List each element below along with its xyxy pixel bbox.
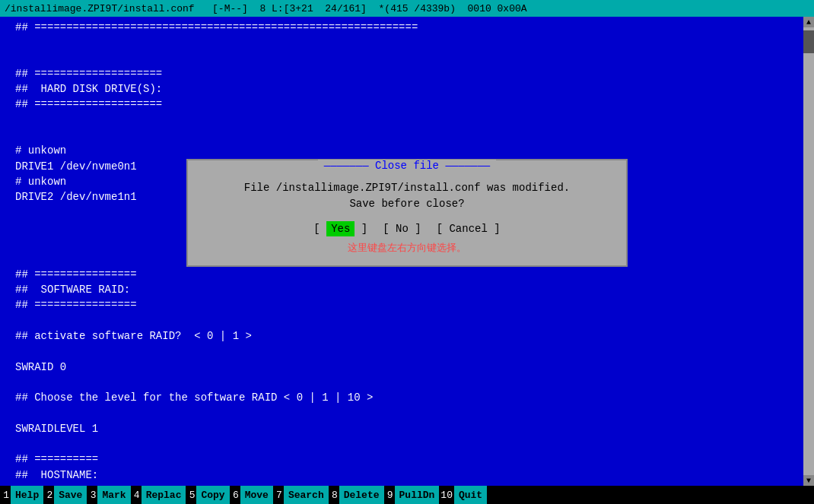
title-lines: 8 L:[ [259,3,289,14]
key-num-9: 9 [384,490,395,501]
editor-line: ## ================ [15,297,799,312]
title-total: 24/161] [325,3,367,14]
key-num-1: 1 [0,490,11,501]
dialog-title: ——————— Close file ——————— [318,160,496,172]
key-label-quit: Quit [454,486,487,504]
key-num-4: 4 [131,490,141,501]
dialog-message-line2: Save before close? [203,196,611,212]
editor-line: ## Choose the level for the software RAI… [15,390,799,405]
dialog-cancel-button[interactable]: [ Cancel ] [437,223,501,235]
key-label-search: Search [284,486,329,504]
dialog-no-button[interactable]: [ No ] [383,223,421,235]
editor-line: ## SOFTWARE RAID: [15,282,799,297]
key-label-copy: Copy [196,486,229,504]
toolbar-key-replac[interactable]: 4Replac [131,486,186,504]
key-num-7: 7 [273,490,284,501]
key-label-move: Move [240,486,273,504]
editor-line: # unkown [15,143,799,158]
editor-line: ## ================ [15,267,799,282]
editor-line: ## =====================================… [15,20,799,35]
key-num-10: 10 [439,490,454,501]
editor-line: ## HOSTNAME: [15,468,799,483]
toolbar-key-mark[interactable]: 3Mark [87,486,130,504]
editor-line: ## ========== [15,452,799,467]
toolbar-key-move[interactable]: 6Move [230,486,273,504]
key-label-pulldn: PullDn [395,486,440,504]
dialog-title-bar: ——————— Close file ——————— [188,160,626,172]
key-label-mark: Mark [97,486,130,504]
dialog-buttons: [ Yes ] [ No ] [ Cancel ] [203,223,611,235]
title-filename: /installimage.ZPI9T/install.conf [5,3,195,14]
title-mode: [-M--] [212,3,248,14]
title-hex: 0010 0x00A [468,3,527,14]
key-num-5: 5 [186,490,196,501]
title-bar: /installimage.ZPI9T/install.conf [-M--] … [0,0,814,17]
editor-line [15,375,799,390]
editor-line [15,128,799,143]
key-label-save: Save [54,486,87,504]
toolbar-key-pulldn[interactable]: 9PullDn [384,486,440,504]
editor-line: ## ==================== [15,97,799,112]
key-num-8: 8 [329,490,339,501]
toolbar-key-copy[interactable]: 5Copy [186,486,229,504]
editor-line: ## ==================== [15,66,799,81]
editor-line [15,35,799,50]
editor-line: SWRAID 0 [15,360,799,375]
title-position: 3+21 [289,3,313,14]
key-num-2: 2 [43,490,54,501]
key-label-help: Help [11,486,43,504]
editor-line: ## activate software RAID? < 0 | 1 > [15,328,799,344]
dialog-hint: 这里键盘左右方向键选择。 [203,241,611,255]
key-label-delete: Delete [339,486,384,504]
toolbar-key-save[interactable]: 2Save [43,486,87,504]
key-num-3: 3 [87,490,97,501]
editor-line: SWRAIDLEVEL 1 [15,421,799,436]
key-label-replac: Replac [141,486,186,504]
editor-line [15,313,799,328]
scrollbar-thumb[interactable] [803,30,814,53]
editor-line: ## HARD DISK DRIVE(S): [15,81,799,97]
toolbar-key-delete[interactable]: 8Delete [329,486,384,504]
editor-line [15,436,799,452]
key-num-6: 6 [230,490,240,501]
dialog-message: File /installimage.ZPI9T/install.conf wa… [203,180,611,212]
scrollbar-up-button[interactable]: ▲ [803,17,814,27]
scrollbar-down-button[interactable]: ▼ [803,475,814,486]
toolbar-key-help[interactable]: 1Help [0,486,43,504]
editor-line [15,113,799,128]
bottom-toolbar: 1Help2Save3Mark4Replac5Copy6Move7Search8… [0,486,814,504]
close-file-dialog: ——————— Close file ——————— File /install… [186,159,628,267]
toolbar-key-search[interactable]: 7Search [273,486,329,504]
editor-line [15,405,799,420]
dialog-yes-button[interactable]: [ Yes ] [313,223,367,235]
editor-line [15,344,799,359]
editor-line [15,51,799,66]
toolbar-key-quit[interactable]: 10Quit [439,486,487,504]
yes-label: Yes [326,221,355,236]
dialog-message-line1: File /installimage.ZPI9T/install.conf wa… [203,180,611,196]
title-buffer: *(415 /4339b) [379,3,456,14]
scrollbar[interactable]: ▲ ▼ [803,17,814,486]
